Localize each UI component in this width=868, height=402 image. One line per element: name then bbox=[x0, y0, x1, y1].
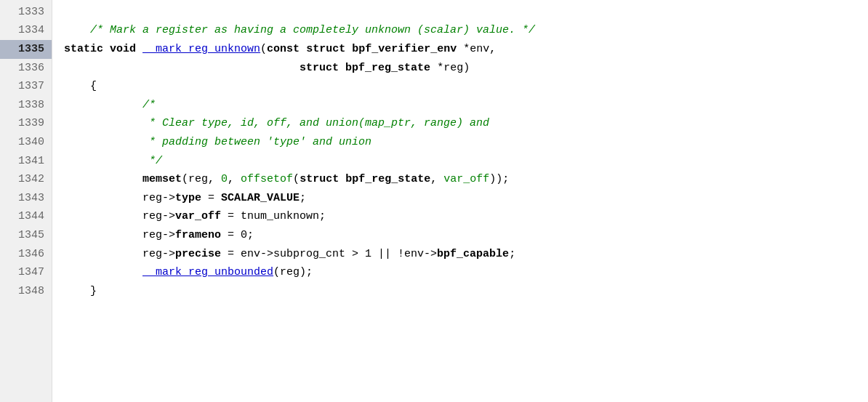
line-num-1345: 1345 bbox=[0, 226, 52, 245]
line-num-1334: 1334 bbox=[0, 22, 52, 41]
code-viewer: 1333 1334 1335 1336 1337 1338 1339 1340 … bbox=[0, 0, 868, 402]
line-num-1338: 1338 bbox=[0, 96, 52, 115]
code-line-1346: reg->precise = env->subprog_cnt > 1 || !… bbox=[64, 245, 868, 264]
code-line-1337: { bbox=[64, 77, 868, 96]
line-num-1336: 1336 bbox=[0, 59, 52, 78]
line-num-1343: 1343 bbox=[0, 189, 52, 208]
code-line-1340: * padding between 'type' and union bbox=[64, 133, 868, 152]
code-line-1345: reg->frameno = 0; bbox=[64, 226, 868, 245]
code-line-1335: static void __mark_reg_unknown(const str… bbox=[64, 40, 868, 59]
code-line-1343: reg->type = SCALAR_VALUE; bbox=[64, 189, 868, 208]
code-line-1347: __mark_reg_unbounded(reg); bbox=[64, 263, 868, 282]
line-num-1333: 1333 bbox=[0, 3, 52, 22]
code-line-1344: reg->var_off = tnum_unknown; bbox=[64, 208, 868, 227]
line-num-1348: 1348 bbox=[0, 282, 52, 301]
line-num-1341: 1341 bbox=[0, 152, 52, 171]
comment-1334: /* Mark a register as having a completel… bbox=[64, 22, 535, 39]
line-num-1335: 1335 bbox=[0, 40, 52, 59]
code-area: /* Mark a register as having a completel… bbox=[52, 0, 868, 402]
code-line-1336: struct bpf_reg_state *reg) bbox=[64, 59, 868, 78]
line-num-1342: 1342 bbox=[0, 170, 52, 189]
code-line-1348: } bbox=[64, 282, 868, 301]
code-line-1339: * Clear type, id, off, and union(map_ptr… bbox=[64, 115, 868, 134]
code-line-1333 bbox=[64, 3, 868, 22]
line-num-1340: 1340 bbox=[0, 133, 52, 152]
line-num-1347: 1347 bbox=[0, 263, 52, 282]
line-num-1344: 1344 bbox=[0, 208, 52, 227]
line-num-1337: 1337 bbox=[0, 77, 52, 96]
code-line-1341: */ bbox=[64, 152, 868, 171]
line-num-1339: 1339 bbox=[0, 115, 52, 134]
code-line-1334: /* Mark a register as having a completel… bbox=[64, 22, 868, 41]
line-numbers-gutter: 1333 1334 1335 1336 1337 1338 1339 1340 … bbox=[0, 0, 52, 402]
code-line-1342: memset(reg, 0, offsetof(struct bpf_reg_s… bbox=[64, 170, 868, 189]
code-line-1338: /* bbox=[64, 96, 868, 115]
line-num-1346: 1346 bbox=[0, 245, 52, 264]
